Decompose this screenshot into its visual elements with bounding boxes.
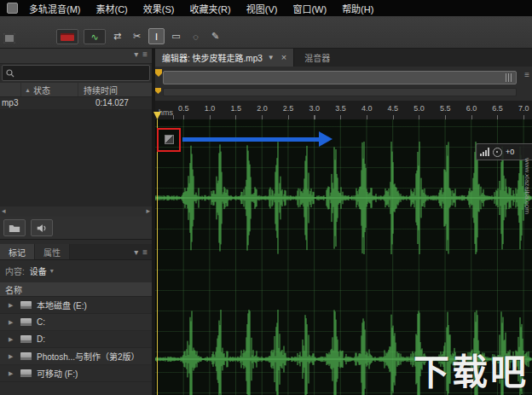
file-list-columns[interactable]: ▲ 状态 持续时间 bbox=[0, 82, 152, 97]
marquee-tool[interactable]: ▭ bbox=[168, 28, 184, 44]
overview-menu-icon[interactable]: ≡ bbox=[524, 70, 529, 79]
input-level-knob-icon bbox=[165, 135, 174, 144]
logo-watermark: 下载吧 bbox=[413, 343, 529, 395]
panel-menu-icon[interactable]: ▾ ≡ bbox=[134, 247, 148, 257]
search-icon bbox=[6, 69, 14, 78]
lasso-tool[interactable]: ◌ bbox=[188, 28, 204, 44]
expand-arrow-icon[interactable]: ▶ bbox=[9, 336, 15, 343]
menu-item[interactable]: 效果(S) bbox=[136, 0, 182, 17]
expand-arrow-icon[interactable]: ▶ bbox=[9, 319, 15, 326]
menu-item[interactable]: 素材(C) bbox=[89, 0, 136, 17]
drive-icon bbox=[20, 318, 32, 326]
ruler-tick-label: 6.5 bbox=[484, 104, 511, 113]
editor-tab-label: 编辑器: 快步皮鞋走路.mp3 bbox=[162, 51, 263, 64]
timeline-ruler[interactable]: hms 0.5 1.0 1.5 2.0 2.5 3.0 3.5 4.0 4.5 bbox=[155, 101, 532, 120]
folder-icon bbox=[9, 224, 20, 233]
navigation-bar[interactable] bbox=[163, 71, 517, 84]
column-status-label: 状态 bbox=[33, 84, 50, 96]
menu-item[interactable]: 帮助(H) bbox=[334, 0, 381, 17]
tab-markers[interactable]: 标记 bbox=[0, 244, 35, 259]
zoom-marker-icon[interactable] bbox=[155, 88, 161, 94]
ruler-tick-label: 3.0 bbox=[301, 104, 327, 113]
drive-icon bbox=[20, 369, 32, 377]
drive-label: 可移动 (F:) bbox=[37, 367, 78, 380]
tab-close-icon[interactable]: × bbox=[280, 52, 286, 62]
drive-row[interactable]: ▶ 可移动 (F:) bbox=[0, 365, 152, 382]
panel-menu-icon[interactable]: ▾ ≡ bbox=[134, 49, 148, 59]
toolbar: ∿ ⇄ ✂ I ▭ ◌ ✎ bbox=[0, 16, 532, 49]
menu-item[interactable]: 窗口(W) bbox=[285, 0, 334, 17]
zoom-bar[interactable] bbox=[163, 88, 517, 96]
multitrack-icon bbox=[61, 33, 74, 41]
ruler-ticks: 0.5 1.0 1.5 2.0 2.5 3.0 3.5 4.0 4.5 5.0 … bbox=[171, 104, 532, 113]
tool-buttons: ⇄ ✂ I ▭ ◌ ✎ bbox=[109, 28, 223, 44]
drive-icon bbox=[20, 335, 32, 343]
nav-grip-handle[interactable] bbox=[506, 73, 513, 82]
razor-tool[interactable]: ✂ bbox=[129, 28, 145, 44]
annotation-arrow bbox=[182, 137, 319, 142]
ruler-tick-label: 4.0 bbox=[354, 104, 380, 113]
ruler-tick-label: 1.5 bbox=[223, 104, 249, 113]
tab-properties[interactable]: 属性 bbox=[35, 244, 70, 259]
move-tool[interactable]: ⇄ bbox=[109, 28, 125, 44]
expand-arrow-icon[interactable]: ▶ bbox=[9, 302, 15, 309]
file-row[interactable]: mp3 0:14.027 bbox=[0, 96, 152, 109]
ruler-tick-label: 7.0 bbox=[511, 104, 532, 113]
expand-arrow-icon[interactable]: ▶ bbox=[9, 370, 15, 377]
ruler-tick-label: 5.0 bbox=[406, 104, 432, 113]
menu-item[interactable]: 多轨混音(M) bbox=[21, 0, 89, 17]
ruler-tick-label: 1.0 bbox=[197, 104, 223, 113]
scroll-left-icon[interactable]: ◂ bbox=[2, 206, 6, 215]
ruler-tick-label: 2.5 bbox=[275, 104, 302, 113]
drive-icon bbox=[20, 352, 32, 360]
waveform-view-button[interactable]: ∿ bbox=[84, 29, 106, 44]
content-dropdown[interactable]: 设备 ▾ bbox=[30, 264, 54, 277]
highlight-box bbox=[157, 128, 181, 152]
menu-item[interactable]: 视图(V) bbox=[239, 0, 286, 17]
ruler-tick-label: 3.5 bbox=[327, 104, 354, 113]
import-file-button[interactable] bbox=[3, 219, 26, 236]
overview-marker-icon[interactable] bbox=[155, 69, 162, 77]
drive-label: D: bbox=[37, 334, 45, 344]
drive-row[interactable]: ▶ C: bbox=[0, 314, 152, 331]
meter-bars-icon bbox=[480, 148, 489, 156]
sort-asc-icon: ▲ bbox=[25, 87, 31, 93]
annotation-arrow-head bbox=[319, 131, 332, 147]
files-panel-header: ▾ ≡ bbox=[0, 48, 152, 64]
file-list-area[interactable] bbox=[0, 109, 152, 207]
name-header-label: 名称 bbox=[5, 283, 22, 296]
menu-bar: 多轨混音(M) 素材(C) 效果(S) 收藏夹(R) 视图(V) 窗口(W) 帮… bbox=[0, 0, 532, 16]
gain-knob-icon[interactable] bbox=[493, 148, 502, 157]
file-duration: 0:14.027 bbox=[95, 98, 129, 107]
column-duration[interactable]: 持续时间 bbox=[78, 84, 118, 96]
expand-arrow-icon[interactable]: ▶ bbox=[9, 353, 15, 360]
preview-playback-button[interactable] bbox=[31, 219, 53, 236]
scroll-right-icon[interactable]: ▸ bbox=[146, 206, 150, 215]
files-panel: ▾ ≡ ▲ 状态 持续时间 mp3 0:14.027 ◂ ▸ bbox=[0, 48, 152, 395]
drive-row[interactable]: ▶ Photosh...与制作（第2版） bbox=[0, 348, 152, 365]
content-label: 内容: bbox=[5, 264, 25, 277]
search-input[interactable] bbox=[18, 67, 146, 78]
drive-label: C: bbox=[37, 317, 45, 327]
search-box[interactable] bbox=[2, 65, 150, 81]
brush-tool[interactable]: ✎ bbox=[207, 28, 223, 44]
ruler-tick-label: 6.0 bbox=[459, 104, 485, 113]
speaker-icon bbox=[36, 224, 48, 233]
drive-row[interactable]: ▶ 本地磁盘 (E:) bbox=[0, 297, 152, 314]
name-column-header[interactable]: 名称 bbox=[0, 282, 152, 297]
tab-dropdown-icon[interactable]: ▼ bbox=[268, 54, 275, 61]
playhead-line[interactable] bbox=[157, 119, 158, 395]
multitrack-view-button[interactable] bbox=[56, 29, 78, 44]
ruler-tick-label: 0.5 bbox=[171, 104, 197, 113]
menu-item[interactable]: 收藏夹(R) bbox=[182, 0, 238, 17]
gain-value: +0 bbox=[506, 148, 514, 156]
media-panel-tabs: 标记 属性 ▾ ≡ bbox=[0, 244, 152, 260]
column-status[interactable]: ▲ 状态 bbox=[21, 83, 78, 96]
editor-tab[interactable]: 编辑器: 快步皮鞋走路.mp3 ▼ × bbox=[155, 48, 294, 67]
ibeam-tool[interactable]: I bbox=[148, 28, 165, 44]
mixer-tab[interactable]: 混音器 bbox=[294, 48, 340, 67]
ruler-tick-label: 4.5 bbox=[380, 104, 407, 113]
view-buttons: ∿ bbox=[56, 29, 106, 44]
drive-row[interactable]: ▶ D: bbox=[0, 331, 152, 348]
overview-strip: ≡ bbox=[155, 67, 532, 102]
